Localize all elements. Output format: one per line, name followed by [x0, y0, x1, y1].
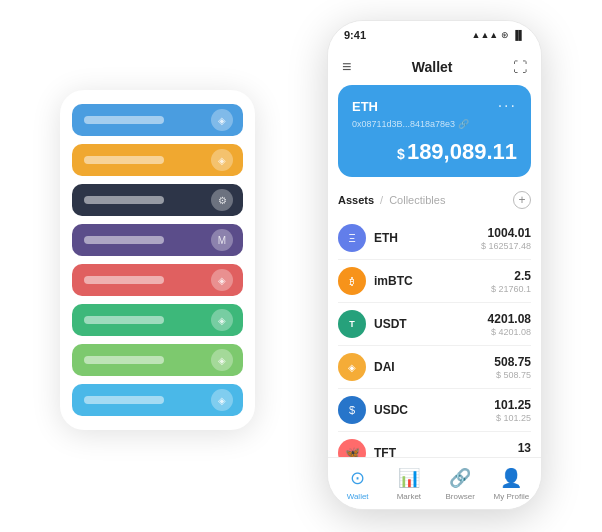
- asset-values: 2.5 $ 21760.1: [491, 269, 531, 294]
- table-row[interactable]: $ USDC 101.25 $ 101.25: [338, 389, 531, 432]
- asset-usd: $ 4201.08: [488, 327, 531, 337]
- asset-amount: 101.25: [494, 398, 531, 412]
- asset-values: 13 0: [518, 441, 531, 458]
- asset-name: USDT: [374, 317, 488, 331]
- profile-nav-label: My Profile: [494, 492, 530, 501]
- wifi-icon: ⊛: [501, 30, 509, 40]
- assets-tabs: Assets / Collectibles: [338, 194, 445, 206]
- bottom-nav: ⊙ Wallet 📊 Market 🔗 Browser 👤 My Profile: [328, 457, 541, 509]
- asset-name: USDC: [374, 403, 494, 417]
- add-asset-button[interactable]: +: [513, 191, 531, 209]
- asset-amount: 4201.08: [488, 312, 531, 326]
- page-title: Wallet: [412, 59, 453, 75]
- asset-values: 1004.01 $ 162517.48: [481, 226, 531, 251]
- market-nav-label: Market: [397, 492, 421, 501]
- bar-text: [84, 396, 164, 404]
- wallet-nav-label: Wallet: [347, 492, 369, 501]
- tab-collectibles[interactable]: Collectibles: [389, 194, 445, 206]
- status-time: 9:41: [344, 29, 366, 41]
- asset-values: 4201.08 $ 4201.08: [488, 312, 531, 337]
- list-item[interactable]: ◈: [72, 104, 243, 136]
- bar-icon: ◈: [211, 309, 233, 331]
- list-item[interactable]: ◈: [72, 264, 243, 296]
- list-item[interactable]: M: [72, 224, 243, 256]
- asset-amount: 13: [518, 441, 531, 455]
- list-item[interactable]: ◈: [72, 304, 243, 336]
- phone-mockup: 9:41 ▲▲▲ ⊛ ▐▌ ≡ Wallet ⛶ ETH ·: [327, 20, 542, 510]
- bar-text: [84, 356, 164, 364]
- eth-card-menu-icon[interactable]: ···: [498, 97, 517, 115]
- hamburger-menu-icon[interactable]: ≡: [342, 58, 351, 76]
- asset-usd: $ 21760.1: [491, 284, 531, 294]
- bar-text: [84, 116, 164, 124]
- tft-icon: 🦋: [338, 439, 366, 457]
- asset-usd: $ 101.25: [494, 413, 531, 423]
- asset-amount: 508.75: [494, 355, 531, 369]
- scene: ◈ ◈ ⚙ M ◈ ◈ ◈ ◈: [0, 0, 602, 532]
- back-panel: ◈ ◈ ⚙ M ◈ ◈ ◈ ◈: [60, 90, 255, 430]
- assets-header: Assets / Collectibles +: [338, 191, 531, 209]
- bar-text: [84, 156, 164, 164]
- browser-nav-icon: 🔗: [449, 467, 471, 489]
- bottom-nav-browser[interactable]: 🔗 Browser: [435, 467, 486, 501]
- imbtc-icon: ₿: [338, 267, 366, 295]
- asset-name: TFT: [374, 446, 518, 457]
- bar-icon: ⚙: [211, 189, 233, 211]
- bar-text: [84, 236, 164, 244]
- asset-name: DAI: [374, 360, 494, 374]
- list-item[interactable]: ◈: [72, 144, 243, 176]
- eth-card-title: ETH: [352, 99, 378, 114]
- asset-amount: 1004.01: [481, 226, 531, 240]
- nav-bar: ≡ Wallet ⛶: [328, 49, 541, 85]
- status-bar: 9:41 ▲▲▲ ⊛ ▐▌: [328, 21, 541, 49]
- market-nav-icon: 📊: [398, 467, 420, 489]
- asset-values: 101.25 $ 101.25: [494, 398, 531, 423]
- signal-icon: ▲▲▲: [472, 30, 499, 40]
- eth-card-balance: $189,089.11: [352, 139, 517, 165]
- table-row[interactable]: ◈ DAI 508.75 $ 508.75: [338, 346, 531, 389]
- asset-name: ETH: [374, 231, 481, 245]
- phone-content[interactable]: ETH ··· 0x08711d3B...8418a78e3 🔗 $189,08…: [328, 85, 541, 457]
- eth-icon: Ξ: [338, 224, 366, 252]
- bar-icon: ◈: [211, 269, 233, 291]
- usdc-icon: $: [338, 396, 366, 424]
- bar-icon: ◈: [211, 149, 233, 171]
- tab-divider: /: [380, 194, 383, 206]
- asset-name: imBTC: [374, 274, 491, 288]
- asset-amount: 2.5: [491, 269, 531, 283]
- asset-usd: $ 162517.48: [481, 241, 531, 251]
- table-row[interactable]: ₿ imBTC 2.5 $ 21760.1: [338, 260, 531, 303]
- asset-list: Ξ ETH 1004.01 $ 162517.48 ₿ imBTC 2.5 $ …: [338, 217, 531, 457]
- bar-icon: M: [211, 229, 233, 251]
- bar-icon: ◈: [211, 109, 233, 131]
- bottom-nav-profile[interactable]: 👤 My Profile: [486, 467, 537, 501]
- bar-icon: ◈: [211, 389, 233, 411]
- bar-icon: ◈: [211, 349, 233, 371]
- bar-text: [84, 196, 164, 204]
- wallet-nav-icon: ⊙: [350, 467, 365, 489]
- dai-icon: ◈: [338, 353, 366, 381]
- list-item[interactable]: ⚙: [72, 184, 243, 216]
- bar-text: [84, 316, 164, 324]
- eth-balance-symbol: $: [397, 146, 405, 162]
- bottom-nav-wallet[interactable]: ⊙ Wallet: [332, 467, 383, 501]
- list-item[interactable]: ◈: [72, 384, 243, 416]
- table-row[interactable]: 🦋 TFT 13 0: [338, 432, 531, 457]
- asset-usd: $ 508.75: [494, 370, 531, 380]
- eth-balance-value: 189,089.11: [407, 139, 517, 164]
- bottom-nav-market[interactable]: 📊 Market: [383, 467, 434, 501]
- bar-text: [84, 276, 164, 284]
- eth-card[interactable]: ETH ··· 0x08711d3B...8418a78e3 🔗 $189,08…: [338, 85, 531, 177]
- profile-nav-icon: 👤: [500, 467, 522, 489]
- usdt-icon: T: [338, 310, 366, 338]
- browser-nav-label: Browser: [445, 492, 474, 501]
- asset-values: 508.75 $ 508.75: [494, 355, 531, 380]
- status-icons: ▲▲▲ ⊛ ▐▌: [472, 30, 526, 40]
- list-item[interactable]: ◈: [72, 344, 243, 376]
- table-row[interactable]: T USDT 4201.08 $ 4201.08: [338, 303, 531, 346]
- expand-icon[interactable]: ⛶: [513, 59, 527, 75]
- tab-assets[interactable]: Assets: [338, 194, 374, 206]
- table-row[interactable]: Ξ ETH 1004.01 $ 162517.48: [338, 217, 531, 260]
- battery-icon: ▐▌: [512, 30, 525, 40]
- eth-card-address: 0x08711d3B...8418a78e3 🔗: [352, 119, 517, 129]
